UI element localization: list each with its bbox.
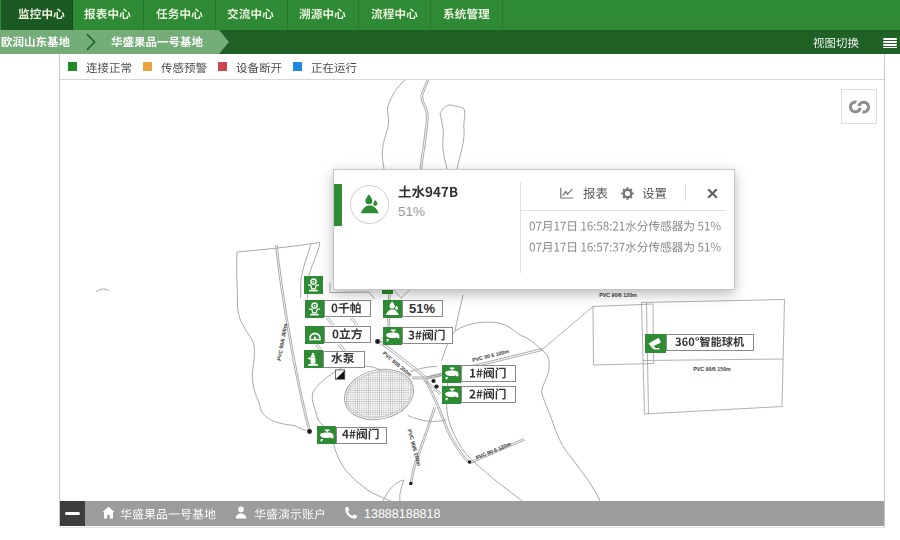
svg-text:PVC 90/6 150m: PVC 90/6 150m (693, 366, 731, 372)
svg-text:PVC 90 6 120m: PVC 90 6 120m (475, 440, 512, 460)
svg-text:PVC 90/6 120m: PVC 90/6 120m (599, 292, 637, 298)
svg-text:PVC 90/6 300m: PVC 90/6 300m (276, 323, 289, 361)
